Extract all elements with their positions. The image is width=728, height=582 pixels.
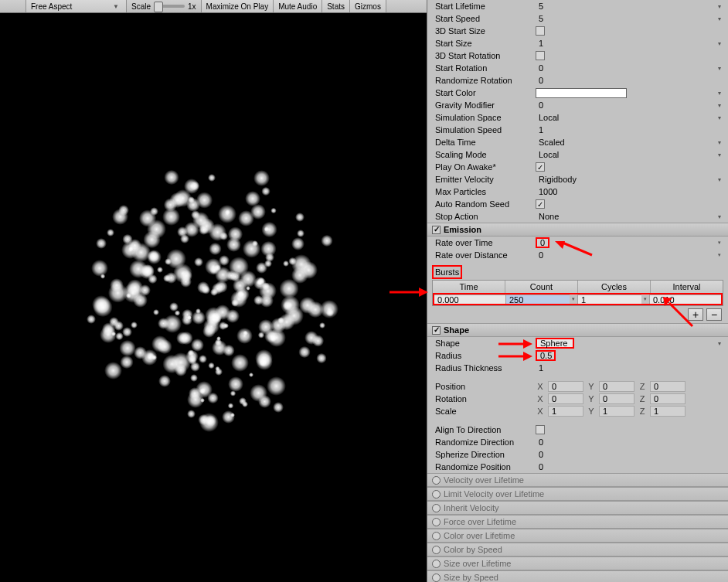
prop-row-play-on-awake-: Play On Awake*✓ xyxy=(427,161,728,173)
chevron-down-icon[interactable]: ▾ xyxy=(716,240,723,246)
axis-y: Y xyxy=(587,382,596,391)
scale-x[interactable]: 1 xyxy=(548,406,583,417)
numeric-field[interactable]: 5 xyxy=(536,2,543,11)
rand-dir-label: Randomize Direction xyxy=(432,437,536,447)
chevron-down-icon[interactable]: ▾ xyxy=(716,102,723,109)
chevron-down-icon[interactable]: ▾ xyxy=(716,252,723,258)
rand-dir-field[interactable]: 0 xyxy=(536,437,543,447)
scale-control[interactable]: Scale 1x xyxy=(127,0,202,12)
module-limit-velocity-over-lifetime[interactable]: Limit Velocity over Lifetime xyxy=(427,487,728,501)
dropdown-value[interactable]: Local xyxy=(536,113,559,122)
checkbox[interactable]: ✓ xyxy=(536,162,545,172)
prop-row-3d-start-size: 3D Start Size xyxy=(427,25,728,37)
checkbox[interactable] xyxy=(536,26,545,36)
burst-time-field[interactable]: 0.000 xyxy=(434,294,505,304)
chevron-updown-icon[interactable]: ▾ xyxy=(716,340,723,347)
gizmos-button[interactable]: Gizmos xyxy=(350,0,386,12)
numeric-field[interactable]: 1 xyxy=(536,125,543,134)
shape-dropdown[interactable]: Sphere xyxy=(536,338,574,349)
scene-view[interactable] xyxy=(0,13,427,582)
shape-header[interactable]: ✓ Shape xyxy=(427,323,728,337)
radius-field[interactable]: 0.5 xyxy=(536,350,556,361)
module-inherit-velocity[interactable]: Inherit Velocity xyxy=(427,501,728,515)
sph-dir-field[interactable]: 0 xyxy=(536,450,543,459)
align-checkbox[interactable] xyxy=(536,425,545,434)
stats-button[interactable]: Stats xyxy=(322,0,350,12)
rand-pos-field[interactable]: 0 xyxy=(536,462,543,471)
dropdown-value[interactable]: Rigidbody xyxy=(536,175,577,184)
numeric-field[interactable]: 0 xyxy=(536,76,543,85)
numeric-field[interactable]: 0 xyxy=(536,63,543,73)
prop-label: Start Size xyxy=(432,39,536,48)
mute-button[interactable]: Mute Audio xyxy=(274,0,322,12)
position-y[interactable]: 0 xyxy=(599,381,634,392)
module-toggle[interactable] xyxy=(432,476,441,485)
numeric-field[interactable]: 1000 xyxy=(536,187,557,196)
chevron-down-icon[interactable]: ▾ xyxy=(716,3,723,10)
emission-checkbox[interactable]: ✓ xyxy=(432,226,441,234)
chevron-down-icon[interactable]: ▾ xyxy=(716,114,723,121)
prop-row-simulation-speed: Simulation Speed1 xyxy=(427,124,728,136)
numeric-field[interactable]: 1 xyxy=(536,39,543,48)
chevron-down-icon[interactable]: ▾ xyxy=(716,139,723,146)
scale-slider[interactable] xyxy=(154,5,185,8)
add-burst-button[interactable]: + xyxy=(688,308,703,321)
emission-header[interactable]: ✓ Emission xyxy=(427,223,728,237)
module-toggle[interactable] xyxy=(432,504,441,512)
chevron-down-icon[interactable]: ▾ xyxy=(716,213,723,220)
burst-interval-field[interactable]: 0.010 xyxy=(650,294,721,304)
rate-over-distance-field[interactable]: 0 xyxy=(536,250,549,260)
module-color-by-speed[interactable]: Color by Speed xyxy=(427,543,728,556)
checkbox[interactable]: ✓ xyxy=(536,199,545,209)
module-toggle[interactable] xyxy=(432,546,441,554)
burst-cycles-field[interactable]: 1 xyxy=(578,294,641,304)
checkbox[interactable] xyxy=(536,51,545,60)
position-x[interactable]: 0 xyxy=(548,381,583,392)
shape-checkbox[interactable]: ✓ xyxy=(432,326,441,335)
numeric-field[interactable]: 0 xyxy=(536,100,543,110)
axis-z: Z xyxy=(638,382,647,391)
module-size-by-speed[interactable]: Size by Speed xyxy=(427,570,728,582)
module-toggle[interactable] xyxy=(432,532,441,540)
rotation-z[interactable]: 0 xyxy=(650,393,685,404)
chevron-down-icon[interactable]: ▾ xyxy=(570,294,577,304)
chevron-down-icon[interactable]: ▾ xyxy=(716,15,723,22)
module-toggle[interactable] xyxy=(432,573,441,582)
module-toggle[interactable] xyxy=(432,560,441,568)
rotation-y[interactable]: 0 xyxy=(599,393,634,404)
rate-over-time-field[interactable]: 0 xyxy=(536,237,549,248)
module-color-over-lifetime[interactable]: Color over Lifetime xyxy=(427,529,728,543)
chevron-down-icon[interactable]: ▾ xyxy=(716,65,723,72)
color-swatch[interactable] xyxy=(536,88,627,98)
rate-over-distance-label: Rate over Distance xyxy=(432,250,536,260)
prop-row-max-particles: Max Particles1000 xyxy=(427,185,728,198)
module-size-over-lifetime[interactable]: Size over Lifetime xyxy=(427,556,728,570)
prop-row-emitter-velocity: Emitter VelocityRigidbody▾ xyxy=(427,173,728,185)
numeric-field[interactable]: 5 xyxy=(536,14,543,23)
radius-thickness-field[interactable]: 1 xyxy=(536,363,543,373)
chevron-down-icon[interactable]: ▾ xyxy=(716,176,723,183)
chevron-down-icon[interactable]: ▾ xyxy=(716,90,723,97)
scale-y[interactable]: 1 xyxy=(599,406,634,417)
prop-label: Delta Time xyxy=(432,138,536,147)
prop-label: Scaling Mode xyxy=(432,150,536,159)
dropdown-value[interactable]: None xyxy=(536,212,559,221)
module-velocity-over-lifetime[interactable]: Velocity over Lifetime xyxy=(427,473,728,487)
prop-label: Start Speed xyxy=(432,14,536,23)
remove-burst-button[interactable]: − xyxy=(706,308,722,321)
chevron-down-icon[interactable]: ▾ xyxy=(716,40,723,47)
burst-count-field[interactable]: 250 xyxy=(506,294,570,304)
bursts-row-0[interactable]: 0.000 250 ▾ 1 ▾ 0.010 xyxy=(433,293,723,305)
chevron-down-icon[interactable]: ▾ xyxy=(716,151,723,158)
dropdown-value[interactable]: Local xyxy=(536,150,559,159)
position-z[interactable]: 0 xyxy=(650,381,685,392)
module-toggle[interactable] xyxy=(432,490,441,499)
rotation-x[interactable]: 0 xyxy=(548,393,583,404)
maximize-button[interactable]: Maximize On Play xyxy=(202,0,274,12)
aspect-dropdown[interactable]: Free Aspect ▼ xyxy=(26,0,127,12)
module-force-over-lifetime[interactable]: Force over Lifetime xyxy=(427,515,728,529)
module-toggle[interactable] xyxy=(432,518,441,526)
dropdown-value[interactable]: Scaled xyxy=(536,138,565,147)
scale-z[interactable]: 1 xyxy=(650,406,685,417)
chevron-down-icon[interactable]: ▾ xyxy=(641,294,649,304)
